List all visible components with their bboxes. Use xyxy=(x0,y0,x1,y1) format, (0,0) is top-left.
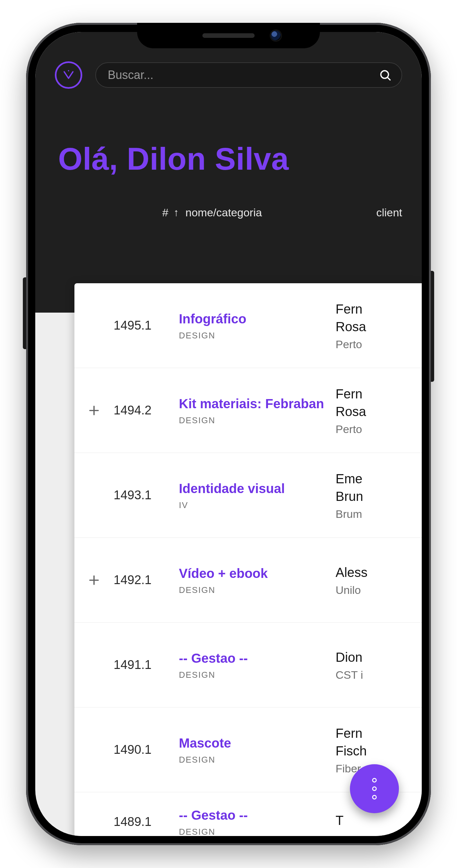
row-category: DESIGN xyxy=(179,670,328,680)
column-header-id-label: # xyxy=(162,206,169,219)
more-vertical-icon xyxy=(372,778,377,800)
row-id: 1491.1 xyxy=(114,658,179,672)
phone-speaker xyxy=(203,33,254,38)
row-client-sub: Perto xyxy=(336,338,419,351)
row-client-sub: CST i xyxy=(336,669,419,681)
fab-more-button[interactable] xyxy=(350,764,399,813)
table-row[interactable]: 1494.2 Kit materiais: Febraban DESIGN Fe… xyxy=(74,368,422,453)
row-name[interactable]: Vídeo + ebook xyxy=(179,565,328,582)
row-client-cell: Fern Rosa Perto xyxy=(336,385,422,436)
plus-icon xyxy=(87,573,101,587)
svg-line-2 xyxy=(388,78,390,80)
app-header: Olá, Dilon Silva # ↑ nome/categoria clie… xyxy=(35,32,422,313)
table-row[interactable]: 1495.1 Infográfico DESIGN Fern Rosa Pert… xyxy=(74,283,422,368)
logo-v-icon xyxy=(62,68,75,82)
row-id: 1489.1 xyxy=(114,815,179,829)
row-client-line2: Fisch xyxy=(336,742,419,760)
phone-notch xyxy=(137,23,320,48)
row-id: 1492.1 xyxy=(114,573,179,587)
row-name-cell: Identidade visual IV xyxy=(179,480,336,510)
row-client-cell: Eme Brun Brum xyxy=(336,470,422,521)
row-name-cell: Infográfico DESIGN xyxy=(179,310,336,341)
row-client-cell: T xyxy=(336,811,422,832)
expand-toggle[interactable] xyxy=(74,403,114,418)
svg-point-0 xyxy=(68,70,69,71)
row-name[interactable]: Mascote xyxy=(179,735,328,751)
row-name-cell: Vídeo + ebook DESIGN xyxy=(179,565,336,595)
row-name[interactable]: -- Gestao -- xyxy=(179,650,328,666)
row-client-line2: Rosa xyxy=(336,403,419,420)
top-bar xyxy=(55,52,402,89)
row-client-line2: Brun xyxy=(336,488,419,505)
row-name-cell: Mascote DESIGN xyxy=(179,735,336,765)
table-row[interactable]: 1491.1 -- Gestao -- DESIGN Dion CST i xyxy=(74,623,422,708)
row-name[interactable]: Kit materiais: Febraban xyxy=(179,395,328,412)
row-client-sub: Perto xyxy=(336,423,419,436)
row-name-cell: Kit materiais: Febraban DESIGN xyxy=(179,395,336,426)
sort-ascending-icon[interactable]: ↑ xyxy=(174,207,179,219)
row-client-line1: Aless xyxy=(336,563,419,581)
row-client-cell: Aless Unilo xyxy=(336,563,422,596)
row-client-line2: Rosa xyxy=(336,318,419,336)
column-header-name[interactable]: nome/categoria xyxy=(185,206,342,219)
row-name-cell: -- Gestao -- DESIGN xyxy=(179,807,336,836)
table-header: # ↑ nome/categoria client xyxy=(55,206,402,219)
row-id: 1493.1 xyxy=(114,488,179,502)
table-row[interactable]: 1492.1 Vídeo + ebook DESIGN Aless Unilo xyxy=(74,538,422,623)
row-client-line1: Fern xyxy=(336,724,419,742)
row-category: DESIGN xyxy=(179,331,328,341)
row-name-cell: -- Gestao -- DESIGN xyxy=(179,650,336,680)
app-logo[interactable] xyxy=(55,61,82,89)
row-category: DESIGN xyxy=(179,827,328,836)
search-input[interactable] xyxy=(108,68,379,82)
row-name[interactable]: Infográfico xyxy=(179,310,328,327)
greeting-title: Olá, Dilon Silva xyxy=(58,141,402,177)
row-client-line1: Dion xyxy=(336,648,419,666)
row-category: DESIGN xyxy=(179,755,328,765)
screen: Olá, Dilon Silva # ↑ nome/categoria clie… xyxy=(35,32,422,836)
row-client-line1: Fern xyxy=(336,300,419,318)
table-row[interactable]: 1493.1 Identidade visual IV Eme Brun Bru… xyxy=(74,453,422,538)
row-name[interactable]: Identidade visual xyxy=(179,480,328,497)
row-client-sub: Brum xyxy=(336,508,419,521)
row-client-cell: Fern Rosa Perto xyxy=(336,300,422,351)
row-client-sub: Unilo xyxy=(336,584,419,596)
phone-camera xyxy=(271,31,281,40)
column-header-id[interactable]: # ↑ xyxy=(81,206,185,219)
plus-icon xyxy=(87,403,101,418)
row-name[interactable]: -- Gestao -- xyxy=(179,807,328,824)
expand-toggle[interactable] xyxy=(74,573,114,587)
row-id: 1494.2 xyxy=(114,403,179,417)
row-category: DESIGN xyxy=(179,415,328,426)
row-category: IV xyxy=(179,500,328,510)
phone-frame: Olá, Dilon Silva # ↑ nome/categoria clie… xyxy=(26,23,431,845)
column-header-client[interactable]: client xyxy=(342,206,402,219)
row-id: 1490.1 xyxy=(114,743,179,757)
row-client-cell: Dion CST i xyxy=(336,648,422,681)
row-id: 1495.1 xyxy=(114,318,179,333)
search-field[interactable] xyxy=(95,62,402,88)
row-category: DESIGN xyxy=(179,585,328,595)
table-card: 1495.1 Infográfico DESIGN Fern Rosa Pert… xyxy=(74,283,422,836)
row-client-line1: T xyxy=(336,811,419,829)
row-client-line1: Eme xyxy=(336,470,419,488)
search-icon[interactable] xyxy=(379,68,392,82)
row-client-line1: Fern xyxy=(336,385,419,403)
